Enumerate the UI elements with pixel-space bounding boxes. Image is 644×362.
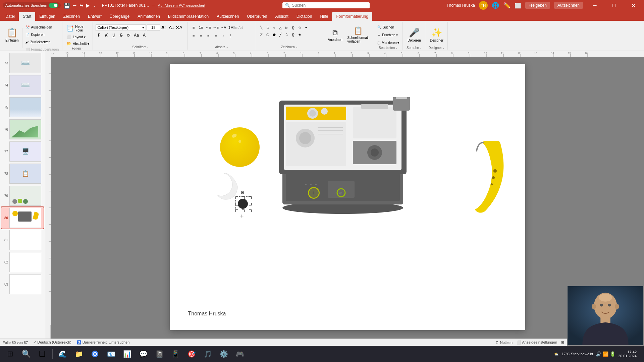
shape-2[interactable]: □ xyxy=(264,24,271,31)
clear-format-button[interactable]: ✕A xyxy=(175,24,182,31)
slide-thumb-77[interactable]: 77 🖥️ xyxy=(1,141,44,162)
teams-button[interactable]: 💬 xyxy=(136,347,151,361)
start-button[interactable]: ⊞ xyxy=(3,347,17,361)
search-input[interactable] xyxy=(292,3,359,8)
view-normal-button[interactable]: ⊞ xyxy=(561,340,564,345)
shape-7[interactable]: ☆ xyxy=(296,24,303,31)
smartart-button[interactable]: SmArt xyxy=(234,24,241,31)
handle-mr[interactable] xyxy=(249,203,252,205)
slides-panel[interactable]: 73 ⌨️ 74 ⌨️ 75 xyxy=(0,51,45,339)
tab-bildschirm[interactable]: Bildschirmpräsentation xyxy=(164,12,213,21)
globe-icon[interactable]: 🌐 xyxy=(492,2,499,9)
align-center-button[interactable]: ≡ xyxy=(198,33,204,39)
anordnen-button[interactable]: ⧉ Anordnen xyxy=(326,24,344,46)
zeichnen-expand[interactable]: ⌄ xyxy=(296,46,298,49)
accessibility-label[interactable]: ♿ Barrierefreiheit: Untersuchen xyxy=(77,340,130,345)
shape-5[interactable]: ▷ xyxy=(283,24,290,31)
slide-thumb-83[interactable]: 83 xyxy=(1,274,44,295)
chrome-button[interactable] xyxy=(88,347,102,361)
shape-4[interactable]: △ xyxy=(277,24,284,31)
rotate-handle[interactable]: ⊕ xyxy=(240,190,245,195)
shape-13[interactable]: {} xyxy=(290,31,297,38)
app-button-5[interactable]: 🎮 xyxy=(232,347,247,361)
einfuegen-button[interactable]: 📋 Einfügen xyxy=(3,24,20,46)
tab-uberprufen[interactable]: Überprüfen xyxy=(243,12,271,21)
schriftart-expand[interactable]: ⌄ xyxy=(146,46,149,49)
slide-thumb-76[interactable]: 76 xyxy=(1,119,44,140)
shape-12[interactable]: ⤵ xyxy=(283,31,290,38)
align-left-button[interactable]: ≡ xyxy=(190,33,197,39)
designer-button[interactable]: ✨ Designer xyxy=(428,24,445,46)
slide-thumb-79[interactable]: 79 xyxy=(1,185,44,206)
save-location-text[interactable]: Auf "diesem PC" gespeichert xyxy=(158,3,205,7)
font-size-selector[interactable]: 18 xyxy=(147,24,160,31)
font-grow-button[interactable]: A↑ xyxy=(161,24,167,31)
taskview-button[interactable]: ❑ xyxy=(35,347,50,361)
tab-einfuegen[interactable]: Einfügen xyxy=(35,12,59,21)
bearbeiten-expand[interactable]: ⌄ xyxy=(395,46,398,49)
autosave-toggle-switch[interactable] xyxy=(49,3,58,8)
handle-tl[interactable] xyxy=(235,196,238,199)
slide-thumb-78[interactable]: 78 📋 xyxy=(1,163,44,184)
align-justify-button[interactable]: ≡ xyxy=(212,33,219,39)
canvas-wrapper[interactable]: ⊕ xyxy=(51,57,644,339)
powerpoint-taskbar-button[interactable]: 📊 xyxy=(120,347,135,361)
more-icon[interactable]: ⌄ xyxy=(93,3,97,8)
slide-thumb-80[interactable]: 80 xyxy=(1,207,44,229)
shape-1[interactable]: ╲ xyxy=(258,24,265,31)
italic-button[interactable]: K xyxy=(103,33,110,38)
linespacing-button[interactable]: ↕ xyxy=(220,33,226,39)
undo-icon[interactable]: ↩ xyxy=(73,3,77,8)
handle-tm[interactable] xyxy=(242,196,245,199)
save-icon[interactable]: 💾 xyxy=(63,2,70,9)
designer-expand[interactable]: ⌄ xyxy=(442,46,445,49)
tab-hilfe[interactable]: Hilfe xyxy=(316,12,332,21)
slide-thumb-82[interactable]: 82 xyxy=(1,251,44,273)
banana-object[interactable] xyxy=(463,141,507,215)
align-right-button[interactable]: ≡ xyxy=(205,33,212,39)
search-taskbar-button[interactable]: 🔍 xyxy=(19,347,34,361)
folien-expand[interactable]: ⌄ xyxy=(82,47,84,50)
tab-datei[interactable]: Datei xyxy=(1,12,19,21)
slide-canvas[interactable]: ⊕ xyxy=(170,64,525,330)
strikethrough-button[interactable]: S xyxy=(118,33,124,38)
autosave-toggle[interactable]: Automatisches Speichern xyxy=(3,2,61,8)
handle-br[interactable] xyxy=(249,209,252,212)
screen-icon[interactable]: ⬜ xyxy=(515,2,521,9)
app-button-1[interactable]: 📱 xyxy=(168,347,183,361)
font-name-selector[interactable]: Calibri (Textkörper) ▾ xyxy=(96,24,146,31)
laptop-object[interactable]: ⊕ xyxy=(276,97,410,218)
layout-button[interactable]: ⬜Layout ▾ xyxy=(65,34,91,40)
onenote-button[interactable]: 📓 xyxy=(152,347,167,361)
tab-ansicht[interactable]: Ansicht xyxy=(271,12,292,21)
tab-aufzeichnen[interactable]: Aufzeichnen xyxy=(213,12,243,21)
kopieren-button[interactable]: 📄Kopieren xyxy=(24,31,60,38)
display-settings-button[interactable]: ⬜ Anzeigeeinstellungen xyxy=(517,340,557,345)
shape-6[interactable]: {} xyxy=(290,24,297,31)
explorer-button[interactable]: 📁 xyxy=(71,347,86,361)
share-btn[interactable]: Freigeben xyxy=(525,2,550,9)
outlook-button[interactable]: 📧 xyxy=(104,347,118,361)
handle-bm[interactable] xyxy=(242,209,245,212)
tab-start[interactable]: Start xyxy=(19,12,35,21)
shape-9[interactable]: ⬡ xyxy=(264,31,271,38)
app-button-2[interactable]: 🎯 xyxy=(184,347,199,361)
close-button[interactable]: ✕ xyxy=(626,0,641,11)
sprache-expand[interactable]: ⌄ xyxy=(420,46,422,49)
underline-button[interactable]: U xyxy=(110,33,117,38)
handle-tr[interactable] xyxy=(249,196,252,199)
neue-folie-button[interactable]: 📑 NeueFolie xyxy=(65,24,91,33)
tab-zeichnen[interactable]: Zeichnen xyxy=(59,12,84,21)
markieren-button[interactable]: ⬚ Markieren ▾ xyxy=(376,39,400,46)
shape-3[interactable]: ○ xyxy=(271,24,277,31)
circle-object[interactable] xyxy=(238,199,248,209)
tab-dictation[interactable]: Dictation xyxy=(292,12,316,21)
indent-less-button[interactable]: ←≡ xyxy=(205,24,212,31)
record-btn[interactable]: Aufzeichnen xyxy=(554,2,583,9)
shape-8[interactable]: ◸ xyxy=(258,31,265,38)
slide-thumb-73[interactable]: 73 ⌨️ xyxy=(1,52,44,74)
edge-button[interactable]: 🌊 xyxy=(55,347,70,361)
indent-more-button[interactable]: →≡ xyxy=(212,24,219,31)
pen-icon[interactable]: ✏️ xyxy=(503,2,511,9)
slide-thumb-81[interactable]: 81 xyxy=(1,229,44,251)
